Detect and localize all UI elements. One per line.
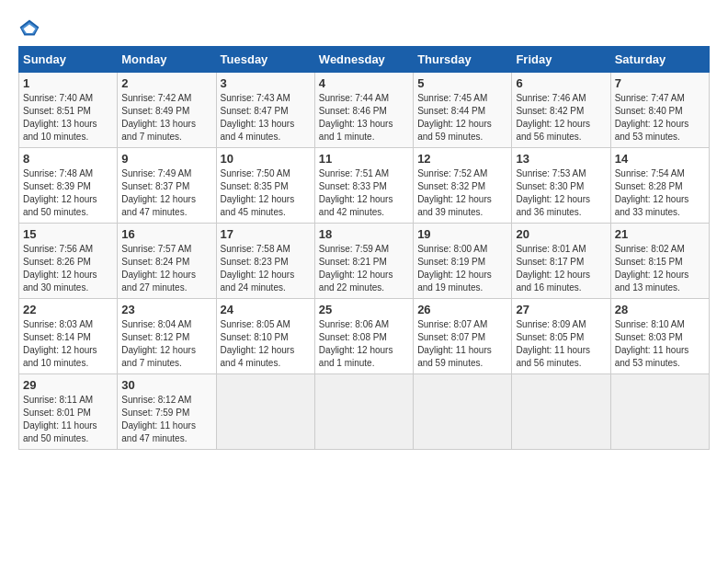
day-number: 13 bbox=[516, 152, 606, 166]
day-info: Sunrise: 7:40 AMSunset: 8:51 PMDaylight:… bbox=[23, 93, 97, 142]
day-number: 22 bbox=[23, 303, 113, 316]
calendar-week-5: 29 Sunrise: 8:11 AMSunset: 8:01 PMDaylig… bbox=[19, 374, 710, 450]
calendar-cell: 14 Sunrise: 7:54 AMSunset: 8:28 PMDaylig… bbox=[610, 148, 709, 224]
day-number: 11 bbox=[319, 152, 409, 166]
calendar-cell: 5 Sunrise: 7:45 AMSunset: 8:44 PMDayligh… bbox=[414, 73, 512, 148]
weekday-header-saturday: Saturday bbox=[610, 47, 709, 73]
calendar-table: SundayMondayTuesdayWednesdayThursdayFrid… bbox=[18, 46, 710, 450]
day-info: Sunrise: 8:05 AMSunset: 8:10 PMDaylight:… bbox=[221, 319, 295, 368]
day-number: 16 bbox=[121, 227, 211, 241]
day-number: 10 bbox=[221, 152, 311, 166]
day-number: 17 bbox=[221, 227, 311, 241]
calendar-cell: 16 Sunrise: 7:57 AMSunset: 8:24 PMDaylig… bbox=[118, 224, 216, 299]
day-info: Sunrise: 7:57 AMSunset: 8:24 PMDaylight:… bbox=[121, 244, 196, 293]
day-info: Sunrise: 7:50 AMSunset: 8:35 PMDaylight:… bbox=[221, 168, 295, 217]
day-number: 14 bbox=[615, 152, 705, 166]
day-info: Sunrise: 8:07 AMSunset: 8:07 PMDaylight:… bbox=[417, 319, 492, 368]
calendar-cell: 7 Sunrise: 7:47 AMSunset: 8:40 PMDayligh… bbox=[610, 73, 709, 148]
day-info: Sunrise: 7:53 AMSunset: 8:30 PMDaylight:… bbox=[516, 168, 590, 217]
calendar-cell bbox=[216, 374, 314, 450]
day-info: Sunrise: 7:48 AMSunset: 8:39 PMDaylight:… bbox=[23, 168, 97, 217]
weekday-header-sunday: Sunday bbox=[19, 47, 118, 73]
weekday-header-monday: Monday bbox=[118, 47, 216, 73]
weekday-header-tuesday: Tuesday bbox=[216, 47, 314, 73]
generalblue-logo-icon bbox=[18, 18, 40, 37]
day-number: 1 bbox=[23, 76, 113, 90]
calendar-cell: 15 Sunrise: 7:56 AMSunset: 8:26 PMDaylig… bbox=[19, 224, 118, 299]
calendar-cell: 21 Sunrise: 8:02 AMSunset: 8:15 PMDaylig… bbox=[610, 224, 709, 299]
day-info: Sunrise: 8:12 AMSunset: 7:59 PMDaylight:… bbox=[121, 395, 196, 443]
weekday-header-thursday: Thursday bbox=[414, 47, 512, 73]
calendar-cell: 1 Sunrise: 7:40 AMSunset: 8:51 PMDayligh… bbox=[19, 73, 118, 148]
weekday-header-friday: Friday bbox=[512, 47, 610, 73]
day-number: 20 bbox=[516, 227, 606, 241]
day-info: Sunrise: 7:49 AMSunset: 8:37 PMDaylight:… bbox=[121, 168, 196, 217]
day-number: 5 bbox=[417, 76, 507, 90]
day-info: Sunrise: 7:42 AMSunset: 8:49 PMDaylight:… bbox=[121, 93, 196, 142]
calendar-week-4: 22 Sunrise: 8:03 AMSunset: 8:14 PMDaylig… bbox=[19, 299, 710, 374]
calendar-cell: 29 Sunrise: 8:11 AMSunset: 8:01 PMDaylig… bbox=[19, 374, 118, 450]
day-number: 15 bbox=[23, 227, 113, 241]
calendar-cell: 26 Sunrise: 8:07 AMSunset: 8:07 PMDaylig… bbox=[414, 299, 512, 374]
calendar-cell: 18 Sunrise: 7:59 AMSunset: 8:21 PMDaylig… bbox=[314, 224, 413, 299]
day-number: 21 bbox=[615, 227, 705, 241]
day-info: Sunrise: 7:45 AMSunset: 8:44 PMDaylight:… bbox=[417, 93, 492, 142]
calendar-cell: 27 Sunrise: 8:09 AMSunset: 8:05 PMDaylig… bbox=[512, 299, 610, 374]
weekday-header-row: SundayMondayTuesdayWednesdayThursdayFrid… bbox=[19, 47, 710, 73]
calendar-body: 1 Sunrise: 7:40 AMSunset: 8:51 PMDayligh… bbox=[19, 73, 710, 450]
calendar-cell: 4 Sunrise: 7:44 AMSunset: 8:46 PMDayligh… bbox=[314, 73, 413, 148]
page-header bbox=[18, 18, 710, 37]
day-info: Sunrise: 7:51 AMSunset: 8:33 PMDaylight:… bbox=[319, 168, 393, 217]
day-number: 7 bbox=[615, 76, 705, 90]
calendar-cell: 13 Sunrise: 7:53 AMSunset: 8:30 PMDaylig… bbox=[512, 148, 610, 224]
calendar-cell: 2 Sunrise: 7:42 AMSunset: 8:49 PMDayligh… bbox=[118, 73, 216, 148]
calendar-cell: 24 Sunrise: 8:05 AMSunset: 8:10 PMDaylig… bbox=[216, 299, 314, 374]
calendar-cell: 10 Sunrise: 7:50 AMSunset: 8:35 PMDaylig… bbox=[216, 148, 314, 224]
day-number: 4 bbox=[319, 76, 409, 90]
calendar-cell bbox=[314, 374, 413, 450]
day-number: 6 bbox=[516, 76, 606, 90]
calendar-cell: 12 Sunrise: 7:52 AMSunset: 8:32 PMDaylig… bbox=[414, 148, 512, 224]
day-info: Sunrise: 8:06 AMSunset: 8:08 PMDaylight:… bbox=[319, 319, 393, 368]
calendar-cell: 19 Sunrise: 8:00 AMSunset: 8:19 PMDaylig… bbox=[414, 224, 512, 299]
day-number: 8 bbox=[23, 152, 113, 166]
weekday-header-wednesday: Wednesday bbox=[314, 47, 413, 73]
day-number: 23 bbox=[121, 303, 211, 316]
calendar-cell: 30 Sunrise: 8:12 AMSunset: 7:59 PMDaylig… bbox=[118, 374, 216, 450]
day-info: Sunrise: 8:10 AMSunset: 8:03 PMDaylight:… bbox=[615, 319, 689, 368]
calendar-cell bbox=[610, 374, 709, 450]
calendar-cell: 6 Sunrise: 7:46 AMSunset: 8:42 PMDayligh… bbox=[512, 73, 610, 148]
day-number: 3 bbox=[221, 76, 311, 90]
day-info: Sunrise: 8:11 AMSunset: 8:01 PMDaylight:… bbox=[23, 395, 97, 443]
day-info: Sunrise: 7:56 AMSunset: 8:26 PMDaylight:… bbox=[23, 244, 97, 293]
day-number: 29 bbox=[23, 378, 113, 392]
day-info: Sunrise: 8:02 AMSunset: 8:15 PMDaylight:… bbox=[615, 244, 689, 293]
day-number: 30 bbox=[121, 378, 211, 392]
day-info: Sunrise: 8:01 AMSunset: 8:17 PMDaylight:… bbox=[516, 244, 590, 293]
calendar-cell: 22 Sunrise: 8:03 AMSunset: 8:14 PMDaylig… bbox=[19, 299, 118, 374]
day-number: 12 bbox=[417, 152, 507, 166]
calendar-cell: 23 Sunrise: 8:04 AMSunset: 8:12 PMDaylig… bbox=[118, 299, 216, 374]
calendar-cell: 20 Sunrise: 8:01 AMSunset: 8:17 PMDaylig… bbox=[512, 224, 610, 299]
day-number: 25 bbox=[319, 303, 409, 316]
logo bbox=[18, 18, 44, 37]
day-info: Sunrise: 7:52 AMSunset: 8:32 PMDaylight:… bbox=[417, 168, 492, 217]
day-number: 24 bbox=[221, 303, 311, 316]
day-number: 28 bbox=[615, 303, 705, 316]
day-number: 18 bbox=[319, 227, 409, 241]
calendar-cell: 9 Sunrise: 7:49 AMSunset: 8:37 PMDayligh… bbox=[118, 148, 216, 224]
day-number: 19 bbox=[417, 227, 507, 241]
calendar-cell: 3 Sunrise: 7:43 AMSunset: 8:47 PMDayligh… bbox=[216, 73, 314, 148]
day-info: Sunrise: 7:43 AMSunset: 8:47 PMDaylight:… bbox=[221, 93, 295, 142]
calendar-cell bbox=[512, 374, 610, 450]
day-info: Sunrise: 8:00 AMSunset: 8:19 PMDaylight:… bbox=[417, 244, 492, 293]
calendar-cell: 11 Sunrise: 7:51 AMSunset: 8:33 PMDaylig… bbox=[314, 148, 413, 224]
calendar-week-2: 8 Sunrise: 7:48 AMSunset: 8:39 PMDayligh… bbox=[19, 148, 710, 224]
day-number: 26 bbox=[417, 303, 507, 316]
day-info: Sunrise: 8:04 AMSunset: 8:12 PMDaylight:… bbox=[121, 319, 196, 368]
day-info: Sunrise: 7:46 AMSunset: 8:42 PMDaylight:… bbox=[516, 93, 590, 142]
calendar-cell bbox=[414, 374, 512, 450]
day-number: 2 bbox=[121, 76, 211, 90]
day-number: 27 bbox=[516, 303, 606, 316]
calendar-cell: 28 Sunrise: 8:10 AMSunset: 8:03 PMDaylig… bbox=[610, 299, 709, 374]
